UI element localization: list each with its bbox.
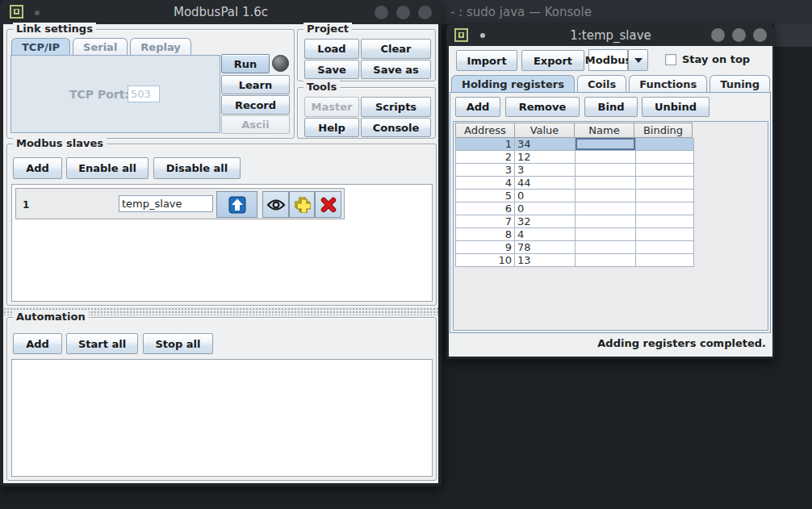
table-cell[interactable]: 12 xyxy=(515,151,576,164)
table-cell[interactable]: 6 xyxy=(455,202,515,215)
table-cell[interactable] xyxy=(576,228,636,241)
table-cell[interactable]: 4 xyxy=(455,177,515,190)
console-button[interactable]: Console xyxy=(361,118,431,137)
table-cell[interactable] xyxy=(576,215,636,228)
maximize-button[interactable] xyxy=(396,6,410,19)
table-cell[interactable]: 13 xyxy=(515,254,576,267)
scripts-button[interactable]: Scripts xyxy=(361,97,431,117)
tab-functions[interactable]: Functions xyxy=(629,75,707,93)
table-row[interactable]: 1013 xyxy=(455,254,768,267)
tab-holding-registers[interactable]: Holding registers xyxy=(451,75,575,93)
table-cell[interactable]: 32 xyxy=(515,215,576,228)
tab-coils[interactable]: Coils xyxy=(577,75,626,93)
save-as-button[interactable]: Save as xyxy=(361,60,431,79)
show-slave-button[interactable] xyxy=(262,191,289,218)
tcp-port-input[interactable] xyxy=(128,86,160,102)
protocol-combo-arrow-button[interactable] xyxy=(628,49,648,71)
table-cell[interactable] xyxy=(576,190,636,202)
table-cell[interactable]: 3 xyxy=(515,164,576,177)
remove-register-button[interactable]: Remove xyxy=(505,97,580,117)
table-cell[interactable]: 0 xyxy=(515,190,576,202)
table-cell[interactable]: 1 xyxy=(455,138,515,151)
stay-on-top-checkbox[interactable] xyxy=(665,54,676,65)
unbind-button[interactable]: Unbind xyxy=(642,97,709,117)
column-header-name[interactable]: Name xyxy=(574,123,634,138)
table-cell[interactable] xyxy=(636,241,694,254)
disable-all-button[interactable]: Disable all xyxy=(153,157,241,179)
table-row[interactable]: 444 xyxy=(455,177,768,190)
tab-replay[interactable]: Replay xyxy=(130,38,190,56)
slave-row[interactable]: 1 xyxy=(15,188,345,219)
add-slave-button[interactable]: Add xyxy=(13,157,62,179)
table-cell[interactable] xyxy=(636,215,694,228)
bind-button[interactable]: Bind xyxy=(584,97,638,117)
tab-tuning[interactable]: Tuning xyxy=(709,75,770,93)
maximize-button[interactable] xyxy=(732,28,746,42)
table-cell[interactable]: 4 xyxy=(515,228,576,241)
modbuspal-titlebar[interactable]: ModbusPal 1.6c xyxy=(0,0,442,24)
run-button[interactable]: Run xyxy=(221,54,270,73)
learn-button[interactable]: Learn xyxy=(221,75,290,94)
table-cell[interactable] xyxy=(636,151,694,164)
table-cell[interactable]: 0 xyxy=(515,202,576,215)
table-cell[interactable]: 34 xyxy=(515,138,576,151)
table-row[interactable]: 33 xyxy=(455,164,768,177)
clear-button[interactable]: Clear xyxy=(361,39,431,59)
table-cell[interactable] xyxy=(636,164,694,177)
stop-all-button[interactable]: Stop all xyxy=(143,333,213,354)
table-cell[interactable] xyxy=(636,190,694,202)
table-row[interactable]: 60 xyxy=(455,202,768,215)
column-header-address[interactable]: Address xyxy=(455,123,515,138)
table-cell[interactable]: 3 xyxy=(455,164,515,177)
table-row[interactable]: 732 xyxy=(455,215,768,228)
table-cell[interactable]: 7 xyxy=(455,215,515,228)
enable-slave-toggle[interactable] xyxy=(216,191,257,218)
export-button[interactable]: Export xyxy=(521,50,584,71)
table-cell[interactable] xyxy=(576,241,636,254)
table-row[interactable]: 50 xyxy=(455,190,768,202)
close-button[interactable] xyxy=(418,6,432,19)
add-automation-button[interactable]: Add xyxy=(13,333,62,354)
table-cell[interactable]: 8 xyxy=(455,228,515,241)
import-button[interactable]: Import xyxy=(456,50,517,71)
table-cell[interactable]: 44 xyxy=(515,177,576,190)
table-cell[interactable] xyxy=(636,202,694,215)
column-header-binding[interactable]: Binding xyxy=(634,123,693,138)
table-cell[interactable] xyxy=(636,228,694,241)
table-cell[interactable] xyxy=(576,254,636,267)
start-all-button[interactable]: Start all xyxy=(66,333,138,354)
help-button[interactable]: Help xyxy=(304,118,359,137)
delete-slave-button[interactable] xyxy=(315,191,341,218)
table-cell[interactable] xyxy=(576,202,636,215)
tab-serial[interactable]: Serial xyxy=(73,38,128,56)
save-button[interactable]: Save xyxy=(304,60,359,79)
enable-all-button[interactable]: Enable all xyxy=(66,157,149,179)
close-button[interactable] xyxy=(753,28,767,42)
table-row[interactable]: 84 xyxy=(455,228,768,241)
tab-tcpip[interactable]: TCP/IP xyxy=(11,38,70,56)
protocol-combo-value[interactable]: Modbus xyxy=(588,49,628,71)
slave-name-input[interactable] xyxy=(119,195,213,212)
table-cell[interactable] xyxy=(636,138,694,151)
table-cell[interactable] xyxy=(636,254,694,267)
table-cell[interactable]: 10 xyxy=(455,254,515,267)
record-button[interactable]: Record xyxy=(221,95,290,115)
table-cell[interactable] xyxy=(576,164,636,177)
table-cell[interactable]: 78 xyxy=(515,241,576,254)
load-button[interactable]: Load xyxy=(304,39,359,59)
register-scrollpane[interactable]: Address Value Name Binding 1342123344450… xyxy=(453,121,768,331)
table-cell[interactable]: 5 xyxy=(455,190,515,202)
minimize-button[interactable] xyxy=(711,28,725,42)
table-row[interactable]: 978 xyxy=(455,241,768,254)
table-cell[interactable] xyxy=(636,177,694,190)
table-cell[interactable]: 2 xyxy=(455,151,515,164)
minimize-button[interactable] xyxy=(375,6,388,19)
duplicate-slave-button[interactable] xyxy=(289,191,315,218)
konsole-titlebar[interactable]: - : sudo java — Konsole xyxy=(436,0,812,24)
table-row[interactable]: 134 xyxy=(455,138,768,151)
table-cell[interactable] xyxy=(576,177,636,190)
table-row[interactable]: 212 xyxy=(455,151,768,164)
add-register-button[interactable]: Add xyxy=(455,97,500,117)
table-cell[interactable] xyxy=(576,151,636,164)
column-header-value[interactable]: Value xyxy=(514,123,575,138)
